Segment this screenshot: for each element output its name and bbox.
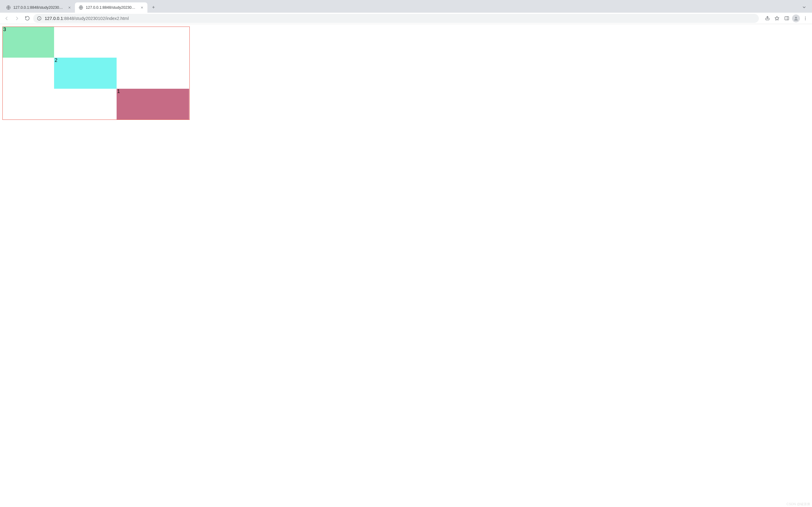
box-1: 1 <box>117 89 189 119</box>
tab-title: 127.0.0.1:8848/study20230102 <box>13 5 65 10</box>
url-text: 127.0.0.1:8848/study20230102/index2.html <box>45 16 129 21</box>
globe-icon <box>6 5 11 10</box>
svg-point-7 <box>805 18 806 18</box>
toolbar-right <box>763 14 810 23</box>
bookmark-button[interactable] <box>773 14 781 23</box>
tabs-dropdown-button[interactable] <box>800 3 808 11</box>
new-tab-button[interactable] <box>149 3 158 11</box>
flex-container: 1 2 3 <box>2 26 190 120</box>
tab-1[interactable]: 127.0.0.1:8848/study20230102 <box>75 2 147 13</box>
menu-button[interactable] <box>801 14 810 23</box>
reload-button[interactable] <box>23 14 32 23</box>
svg-point-6 <box>805 17 806 17</box>
toolbar: 127.0.0.1:8848/study20230102/index2.html <box>0 13 812 24</box>
svg-point-8 <box>805 19 806 20</box>
page-viewport: 1 2 3 <box>0 24 812 122</box>
url-host: 127.0.0.1 <box>45 16 63 21</box>
address-bar[interactable]: 127.0.0.1:8848/study20230102/index2.html <box>33 14 759 23</box>
box-2: 2 <box>54 58 117 89</box>
sidepanel-button[interactable] <box>782 14 791 23</box>
tab-strip: 127.0.0.1:8848/study20230102 127.0.0.1:8… <box>0 0 812 13</box>
globe-icon <box>79 5 83 10</box>
profile-avatar[interactable] <box>792 14 800 22</box>
share-button[interactable] <box>763 14 771 23</box>
site-info-icon[interactable] <box>37 16 42 21</box>
forward-button[interactable] <box>13 14 21 23</box>
browser-chrome: 127.0.0.1:8848/study20230102 127.0.0.1:8… <box>0 0 812 24</box>
tab-title: 127.0.0.1:8848/study20230102 <box>86 5 137 10</box>
url-path: :8848/study20230102/index2.html <box>63 16 129 21</box>
back-button[interactable] <box>2 14 11 23</box>
tab-0[interactable]: 127.0.0.1:8848/study20230102 <box>2 2 75 13</box>
close-icon[interactable] <box>140 5 144 10</box>
box-3: 3 <box>3 27 54 58</box>
svg-point-5 <box>795 17 797 18</box>
close-icon[interactable] <box>67 5 72 10</box>
svg-rect-4 <box>785 17 789 20</box>
